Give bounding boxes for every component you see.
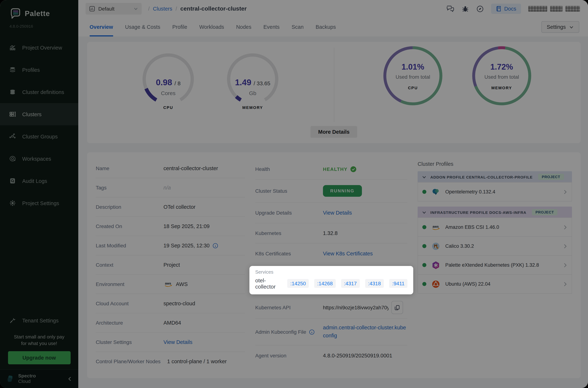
more-details-button[interactable]: More Details [311, 126, 357, 138]
sidebar-item-label: Project Settings [22, 200, 59, 206]
aws-icon: aws [163, 281, 173, 287]
tools-icon [9, 317, 16, 324]
chevron-down-icon [422, 175, 426, 179]
topbar: Default / Clusters / central-collector-c… [78, 0, 588, 18]
tab-profile[interactable]: Profile [172, 18, 187, 36]
profile-row-amazon-ebs-csi[interactable]: aws Amazon EBS CSI 1.46.0 [418, 218, 572, 237]
detail-row-description: Description OTel collector [96, 197, 245, 217]
sidebar-item-tenant-settings[interactable]: Tenant Settings [0, 310, 78, 331]
calico-icon [431, 241, 441, 251]
service-port-link[interactable]: :14268 [314, 279, 336, 288]
chevron-right-icon [563, 225, 567, 230]
detail-row-tags: Tags n/a [96, 178, 245, 197]
spectro-cloud-brand: Spectro Cloud [18, 373, 36, 384]
bug-icon[interactable] [462, 5, 469, 12]
admin-kubeconfig-link[interactable]: admin.central-collector-cluster.kubeconf… [323, 324, 407, 340]
copy-icon[interactable] [391, 301, 403, 314]
profile-row-calico[interactable]: Calico 3.30.2 [418, 237, 572, 256]
breadcrumb-separator: / [176, 6, 177, 12]
chevron-right-icon [563, 281, 567, 287]
chevron-right-icon [563, 243, 567, 249]
memory-donut-label: MEMORY [471, 86, 533, 90]
breadcrumb-link-clusters[interactable]: Clusters [153, 6, 172, 12]
view-k8s-certificates-link[interactable]: View K8s Certificates [323, 251, 407, 256]
sidebar-item-label: Project Overview [22, 45, 62, 50]
profile-row-opentelemetry[interactable]: Opentelemetry 0.132.4 [418, 182, 572, 201]
upgrade-now-button[interactable]: Upgrade now [8, 351, 70, 364]
cpu-gauge-value: 0.98 / 8 [139, 78, 197, 87]
server-icon [9, 111, 16, 118]
tab-bar: Overview Usage & Costs Profile Workloads… [78, 18, 588, 36]
chevron-down-icon [134, 7, 138, 11]
chevron-right-icon [563, 263, 567, 267]
sidebar-item-audit-logs[interactable]: Audit Logs [0, 170, 78, 192]
services-spotlight: Services otel-collector :14250 :14268 :4… [249, 266, 413, 294]
orbit-icon [9, 155, 16, 162]
project-selector[interactable]: Default [86, 3, 142, 15]
chat-icon[interactable] [446, 5, 454, 12]
tab-overview[interactable]: Overview [90, 18, 113, 36]
sidebar-item-project-settings[interactable]: Project Settings [0, 192, 78, 214]
detail-row-created-on: Created On 18 Sep 2025, 21:09 [96, 217, 245, 236]
sidebar-item-clusters[interactable]: Clusters [0, 103, 78, 125]
sidebar-item-label: Clusters [22, 111, 42, 117]
infrastructure-profile-group: INFRASTRUCTURE PROFILE DOCS-AWS-INFRA PR… [418, 207, 572, 294]
status-dot [422, 225, 426, 229]
tab-backups[interactable]: Backups [316, 18, 336, 36]
tab-events[interactable]: Events [263, 18, 280, 36]
sidebar-item-label: Audit Logs [22, 178, 47, 184]
svg-text:aws: aws [165, 281, 171, 285]
sidebar-item-cluster-groups[interactable]: Cluster Groups [0, 125, 78, 147]
tab-scan[interactable]: Scan [292, 18, 304, 36]
docs-button[interactable]: Docs [491, 4, 521, 14]
addon-profile-header[interactable]: ADDON PROFILE CENTRAL-COLLECTOR-PROFILE … [418, 171, 572, 183]
sidebar-item-workspaces[interactable]: Workspaces [0, 147, 78, 170]
settings-button[interactable]: Settings [541, 21, 579, 33]
main-area: Default / Clusters / central-collector-c… [78, 0, 588, 388]
detail-row-cluster-status: Cluster Status RUNNING [255, 180, 407, 203]
chart-box-icon [89, 6, 95, 12]
memory-gauge-value: 1.49 / 33.65 [224, 78, 282, 87]
collapse-sidebar-icon[interactable] [67, 376, 72, 381]
chevron-right-icon [563, 189, 567, 194]
service-port-link[interactable]: :4318 [365, 279, 384, 288]
compass-icon[interactable] [476, 5, 484, 13]
infrastructure-profile-header[interactable]: INFRASTRUCTURE PROFILE DOCS-AWS-INFRA PR… [418, 207, 572, 218]
info-icon[interactable] [309, 329, 315, 335]
layers-icon [9, 66, 16, 73]
detail-row-environment: Environment aws AWS [96, 275, 245, 294]
detail-row-health: Health HEALTHY [255, 159, 407, 180]
memory-gauge-label: MEMORY [224, 105, 282, 110]
service-port-link[interactable]: :9411 [389, 279, 407, 288]
running-status-badge: RUNNING [323, 185, 362, 197]
tab-usage-costs[interactable]: Usage & Costs [125, 18, 160, 36]
service-port-link[interactable]: :4317 [341, 279, 360, 288]
user-name-redacted[interactable] [528, 6, 580, 12]
tab-workloads[interactable]: Workloads [199, 18, 224, 36]
profile-row-pxk[interactable]: Palette eXtended Kubernetes (PXK) 1.32.8 [418, 255, 572, 275]
sidebar-item-cluster-definitions[interactable]: Cluster definitions [0, 81, 78, 103]
sidebar-item-profiles[interactable]: Profiles [0, 59, 78, 81]
aws-icon: aws [431, 222, 441, 232]
memory-gauge-unit: Gb [224, 90, 282, 96]
service-port-link[interactable]: :14250 [287, 279, 309, 288]
usage-donuts: 1.01% Used from total CPU 1.72% [334, 42, 581, 143]
memory-donut-caption: Used from total [471, 74, 533, 80]
chevron-down-icon [422, 210, 426, 214]
detail-row-context: Context Project [96, 255, 245, 275]
content: 0.98 / 8 Cores CPU 1.49 / 33.65 Gb MEMOR… [78, 36, 588, 388]
profile-row-ubuntu[interactable]: Ubuntu (AWS) 22.04 [418, 274, 572, 294]
palette-logo-icon [9, 7, 21, 20]
svg-text:aws: aws [432, 225, 439, 228]
health-status-badge: HEALTHY [323, 166, 407, 172]
sidebar-nav: Project Overview Profiles Cluster defini… [0, 36, 78, 214]
cpu-gauge-label: CPU [139, 105, 197, 110]
cluster-settings-view-details-link[interactable]: View Details [163, 339, 245, 345]
sidebar-item-project-overview[interactable]: Project Overview [0, 36, 78, 59]
detail-row-agent-version: Agent version 4.8.0-250919/20250919.0001 [255, 345, 407, 366]
project-badge: PROJECT [538, 174, 564, 180]
info-icon[interactable] [212, 243, 218, 248]
status-dot [422, 282, 426, 286]
upgrade-view-details-link[interactable]: View Details [323, 210, 407, 216]
tab-nodes[interactable]: Nodes [236, 18, 251, 36]
